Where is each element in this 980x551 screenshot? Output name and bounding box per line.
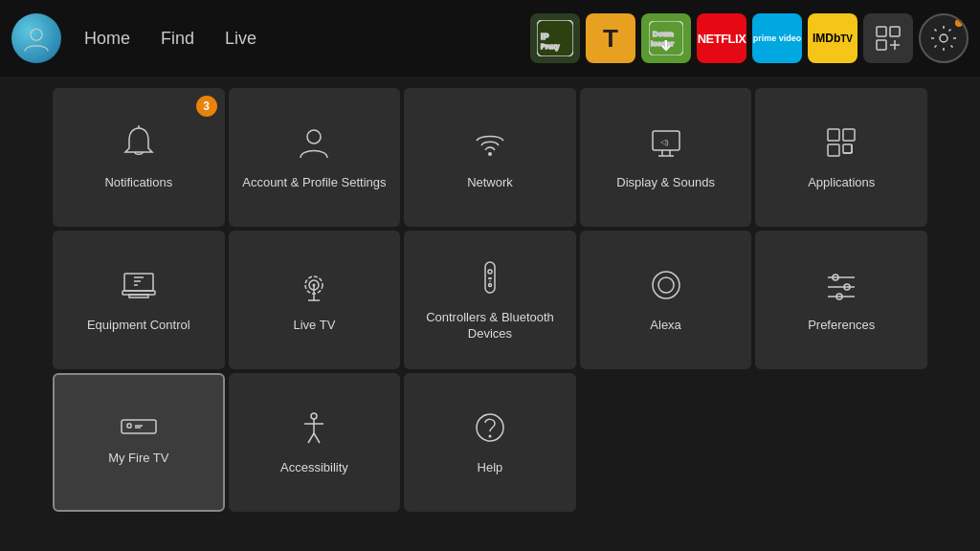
svg-point-46 [663, 282, 669, 288]
svg-point-45 [658, 277, 674, 293]
grid-item-preferences[interactable]: Preferences [755, 231, 927, 369]
nav-links: Home Find Live [71, 23, 270, 55]
nav-home[interactable]: Home [71, 23, 144, 55]
app-icon-grid[interactable] [863, 13, 913, 63]
svg-text:Down: Down [653, 30, 674, 38]
display-label: Display & Sounds [616, 175, 715, 191]
livetv-label: Live TV [293, 318, 335, 334]
remote-icon [471, 258, 509, 300]
alexa-icon [647, 266, 685, 308]
app-icon-ip[interactable]: IP Proxy [530, 13, 580, 63]
grid-item-notifications[interactable]: 3 Notifications [53, 88, 225, 227]
app-icons-bar: IP Proxy T Down loader NETFLIX prime vid… [530, 13, 969, 63]
svg-point-43 [489, 280, 491, 282]
svg-point-57 [311, 413, 317, 419]
grid-item-accessibility[interactable]: Accessibility [229, 373, 401, 512]
notification-badge: 3 [196, 96, 217, 117]
firetv-icon [120, 418, 158, 441]
app-icon-t[interactable]: T [586, 13, 635, 63]
svg-point-15 [488, 152, 492, 156]
app-icon-prime-video[interactable]: prime video [752, 13, 802, 63]
preferences-label: Preferences [808, 318, 875, 334]
svg-rect-9 [877, 40, 886, 50]
nav-live[interactable]: Live [212, 23, 270, 55]
svg-line-60 [308, 433, 314, 443]
svg-rect-54 [127, 424, 131, 428]
apps-icon [822, 123, 860, 165]
grid-item-help[interactable]: Help [404, 373, 576, 512]
grid-item-display[interactable]: ◁) Display & Sounds [580, 88, 752, 227]
bell-icon [120, 123, 158, 165]
grid-item-account[interactable]: Account & Profile Settings [229, 88, 401, 227]
svg-point-12 [940, 34, 947, 42]
svg-point-14 [307, 130, 321, 143]
svg-rect-8 [890, 27, 900, 36]
avatar[interactable] [11, 13, 61, 63]
svg-rect-27 [124, 274, 153, 291]
svg-rect-7 [877, 27, 886, 36]
app-icon-downloader[interactable]: Down loader [641, 13, 691, 63]
controllers-label: Controllers & Bluetooth Devices [412, 310, 568, 342]
myfiretv-label: My Fire TV [108, 451, 168, 467]
svg-rect-29 [129, 295, 148, 298]
grid-item-myfiretv[interactable]: My Fire TV [53, 373, 225, 512]
wifi-icon [471, 123, 509, 165]
svg-text:IP: IP [541, 32, 549, 41]
grid-item-alexa[interactable]: Alexa [580, 231, 752, 369]
svg-text:◁): ◁) [660, 138, 669, 146]
help-icon [471, 408, 509, 451]
svg-rect-21 [828, 129, 839, 141]
grid-item-controllers[interactable]: Controllers & Bluetooth Devices [404, 231, 576, 369]
alexa-label: Alexa [650, 318, 681, 334]
svg-line-61 [314, 433, 320, 443]
notifications-label: Notifications [104, 175, 172, 191]
app-icon-netflix[interactable]: NETFLIX [697, 13, 746, 63]
svg-point-42 [488, 283, 491, 286]
equipment-label: Equipment Control [87, 318, 190, 334]
sliders-icon [822, 266, 860, 308]
svg-point-44 [653, 272, 679, 298]
person-icon [295, 123, 333, 165]
grid-item-applications[interactable]: Applications [755, 88, 927, 227]
accessibility-icon [295, 408, 333, 451]
applications-label: Applications [808, 175, 875, 191]
top-nav: Home Find Live IP Proxy T Down loader NE… [0, 0, 980, 77]
svg-point-39 [488, 270, 492, 274]
settings-grid: 3 Notifications Account & Profile Settin… [0, 80, 980, 519]
grid-item-network[interactable]: Network [404, 88, 576, 227]
help-label: Help [478, 460, 503, 476]
app-icon-imdb[interactable]: IMDbTV [808, 13, 858, 63]
svg-rect-23 [828, 144, 839, 156]
app-icon-settings[interactable] [919, 13, 969, 63]
grid-item-livetv[interactable]: Live TV [229, 231, 401, 369]
display-icon: ◁) [647, 123, 685, 165]
account-label: Account & Profile Settings [242, 175, 386, 191]
accessibility-label: Accessibility [280, 460, 348, 476]
grid-item-equipment[interactable]: Equipment Control [53, 231, 225, 369]
svg-rect-22 [843, 129, 855, 141]
svg-point-63 [488, 435, 491, 438]
monitor-icon [120, 266, 158, 308]
antenna-icon [295, 266, 333, 308]
svg-rect-24 [843, 144, 852, 153]
svg-text:Proxy: Proxy [541, 43, 560, 51]
nav-find[interactable]: Find [147, 23, 208, 55]
network-label: Network [467, 175, 513, 191]
svg-point-0 [31, 29, 42, 40]
